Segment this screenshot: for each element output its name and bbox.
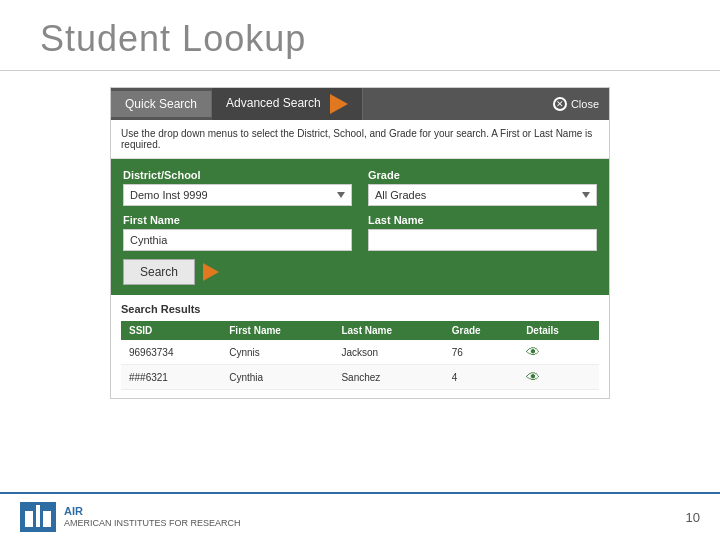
cell-details[interactable]: 👁 (518, 365, 599, 390)
search-arrow-icon (203, 263, 219, 281)
svg-rect-2 (43, 511, 51, 527)
col-grade: Grade (444, 321, 518, 340)
grade-label: Grade (368, 169, 597, 181)
search-button[interactable]: Search (123, 259, 195, 285)
cell-ssid: ###6321 (121, 365, 221, 390)
results-table: SSID First Name Last Name Grade Details … (121, 321, 599, 390)
grade-select[interactable]: All Grades (368, 184, 597, 206)
lastname-group: Last Name (368, 214, 597, 251)
close-icon: ✕ (553, 97, 567, 111)
district-label: District/School (123, 169, 352, 181)
table-row: 96963734 Cynnis Jackson 76 👁 (121, 340, 599, 365)
search-form: District/School Demo Inst 9999 Grade All… (111, 159, 609, 295)
lastname-label: Last Name (368, 214, 597, 226)
cell-firstname: Cynthia (221, 365, 333, 390)
cell-details[interactable]: 👁 (518, 340, 599, 365)
results-title: Search Results (121, 303, 599, 315)
cell-ssid: 96963734 (121, 340, 221, 365)
air-logo-box (20, 502, 56, 532)
svg-rect-0 (25, 511, 33, 527)
district-select[interactable]: Demo Inst 9999 (123, 184, 352, 206)
page-container: Student Lookup Quick Search Advanced Sea… (0, 0, 720, 540)
advanced-search-arrow-icon (330, 94, 348, 114)
air-logo-icon (24, 505, 52, 529)
form-row-1: District/School Demo Inst 9999 Grade All… (123, 169, 597, 206)
cell-grade: 76 (444, 340, 518, 365)
page-number: 10 (686, 510, 700, 525)
info-text: Use the drop down menus to select the Di… (111, 120, 609, 159)
tab-advanced-search[interactable]: Advanced Search (212, 88, 363, 120)
page-title: Student Lookup (40, 18, 680, 60)
lastname-input[interactable] (368, 229, 597, 251)
firstname-label: First Name (123, 214, 352, 226)
grade-group: Grade All Grades (368, 169, 597, 206)
col-firstname: First Name (221, 321, 333, 340)
firstname-group: First Name (123, 214, 352, 251)
search-btn-row: Search (123, 259, 597, 285)
table-row: ###6321 Cynthia Sanchez 4 👁 (121, 365, 599, 390)
district-group: District/School Demo Inst 9999 (123, 169, 352, 206)
air-logo: AIR AMERICAN INSTITUTES FOR RESEARCH (20, 502, 241, 532)
firstname-input[interactable] (123, 229, 352, 251)
details-eye-icon[interactable]: 👁 (526, 344, 540, 360)
col-lastname: Last Name (333, 321, 443, 340)
main-content: Quick Search Advanced Search ✕ Close Use… (0, 71, 720, 492)
title-area: Student Lookup (0, 0, 720, 71)
results-area: Search Results SSID First Name Last Name… (111, 295, 609, 398)
tab-bar: Quick Search Advanced Search ✕ Close (111, 88, 609, 120)
col-ssid: SSID (121, 321, 221, 340)
details-eye-icon[interactable]: 👁 (526, 369, 540, 385)
close-button[interactable]: ✕ Close (543, 91, 609, 117)
table-header-row: SSID First Name Last Name Grade Details (121, 321, 599, 340)
air-logo-text: AIR AMERICAN INSTITUTES FOR RESEARCH (64, 504, 241, 530)
cell-lastname: Jackson (333, 340, 443, 365)
svg-rect-1 (36, 505, 40, 527)
form-row-2: First Name Last Name (123, 214, 597, 251)
bottom-bar: AIR AMERICAN INSTITUTES FOR RESEARCH 10 (0, 492, 720, 540)
cell-lastname: Sanchez (333, 365, 443, 390)
lookup-box: Quick Search Advanced Search ✕ Close Use… (110, 87, 610, 399)
tab-quick-search[interactable]: Quick Search (111, 91, 212, 117)
cell-firstname: Cynnis (221, 340, 333, 365)
cell-grade: 4 (444, 365, 518, 390)
col-details: Details (518, 321, 599, 340)
